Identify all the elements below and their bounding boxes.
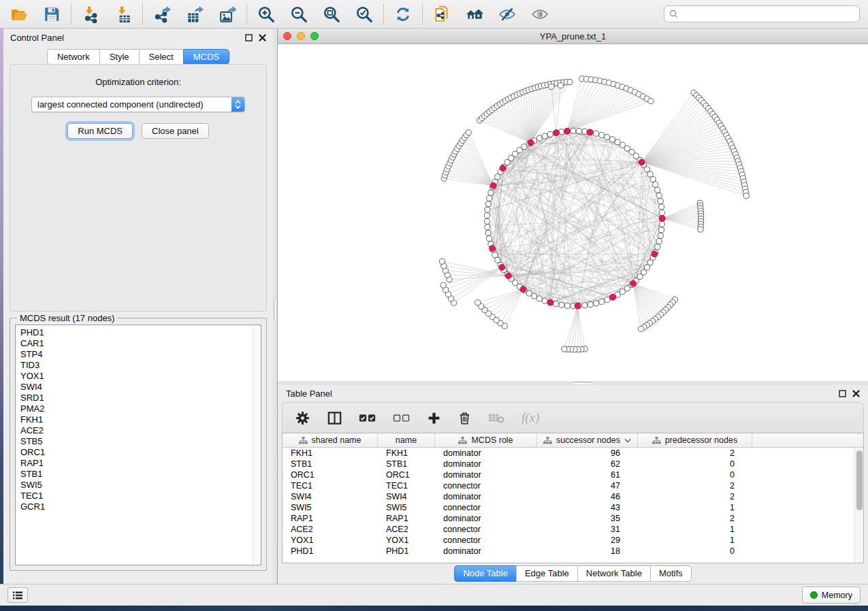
zoom-fit-icon[interactable] [322, 5, 341, 24]
graph-node[interactable] [658, 199, 663, 204]
graph-node[interactable] [656, 193, 662, 198]
mcds-result-item[interactable]: SWI4 [20, 382, 261, 393]
zoom-selected-icon[interactable] [355, 5, 374, 24]
graph-node[interactable] [564, 303, 570, 308]
graph-node[interactable] [488, 190, 494, 195]
graph-node[interactable] [659, 210, 664, 215]
open-folder-icon[interactable] [10, 5, 29, 24]
graph-node[interactable] [440, 282, 446, 288]
mcds-result-list[interactable]: PHD1CAR1STP4TID3YOX1SWI4SRD1PMA2FKH1ACE2… [15, 325, 261, 565]
graph-hub-node[interactable] [505, 273, 511, 279]
graph-node[interactable] [605, 297, 610, 302]
table-row[interactable]: FKH1FKH1dominator962 [283, 448, 863, 459]
import-network-icon[interactable] [81, 5, 100, 24]
graph-hub-node[interactable] [564, 128, 570, 134]
graph-hub-node[interactable] [547, 299, 553, 306]
graph-node[interactable] [542, 133, 547, 139]
graph-hub-node[interactable] [520, 286, 526, 293]
graph-node[interactable] [658, 233, 663, 238]
tab-motifs[interactable]: Motifs [650, 565, 692, 582]
network-canvas[interactable] [278, 44, 868, 381]
graph-node[interactable] [559, 129, 564, 135]
graph-hub-node[interactable] [553, 130, 560, 136]
tab-select[interactable]: Select [139, 49, 183, 65]
graph-node[interactable] [558, 82, 563, 88]
graph-node[interactable] [648, 98, 654, 103]
graph-hub-node[interactable] [528, 139, 534, 146]
graph-hub-node[interactable] [659, 216, 665, 222]
graph-node[interactable] [487, 195, 492, 201]
graph-hub-node[interactable] [610, 294, 616, 300]
close-table-panel-icon[interactable] [852, 390, 860, 397]
export-network-icon[interactable] [152, 5, 172, 24]
graph-node[interactable] [588, 301, 593, 307]
graph-node[interactable] [492, 252, 498, 258]
column-header-name[interactable]: name [378, 433, 435, 447]
graph-node[interactable] [547, 131, 553, 137]
graph-node[interactable] [647, 260, 653, 265]
graph-node[interactable] [620, 289, 625, 295]
graph-node[interactable] [605, 134, 610, 139]
graph-node[interactable] [655, 187, 660, 193]
graph-node[interactable] [653, 182, 658, 187]
mcds-result-item[interactable]: FKH1 [20, 414, 261, 425]
graph-node[interactable] [532, 293, 537, 299]
table-row[interactable]: SWI4SWI4dominator462 [283, 491, 863, 502]
zoom-in-icon[interactable] [257, 5, 276, 24]
graph-node[interactable] [484, 213, 489, 218]
table-scrollbar[interactable] [854, 448, 863, 563]
graph-node[interactable] [475, 300, 481, 306]
graph-node[interactable] [641, 269, 646, 275]
graph-node[interactable] [659, 227, 664, 233]
graph-hub-node[interactable] [489, 246, 496, 252]
mcds-result-item[interactable]: STP4 [20, 349, 261, 360]
graph-hub-node[interactable] [490, 182, 496, 188]
table-row[interactable]: PHD1PHD1dominator180 [283, 546, 863, 557]
graph-hub-node[interactable] [630, 280, 637, 286]
table-row[interactable]: ORC1ORC1dominator610 [283, 469, 863, 480]
graph-node[interactable] [567, 79, 573, 84]
graph-node[interactable] [576, 128, 581, 133]
float-table-panel-icon[interactable] [839, 390, 846, 397]
table-row[interactable]: SWI5SWI5connector431 [283, 502, 863, 513]
graph-node[interactable] [526, 291, 532, 296]
mcds-result-item[interactable]: PHD1 [20, 327, 261, 338]
mcds-result-item[interactable]: ACE2 [20, 425, 261, 436]
graph-node[interactable] [656, 239, 662, 244]
graph-hub-node[interactable] [639, 159, 645, 165]
column-header-MCDS-role[interactable]: MCDS role [435, 433, 537, 447]
mcds-list-scrollbar[interactable] [253, 326, 261, 564]
graph-node[interactable] [549, 84, 554, 89]
column-header-shared-name[interactable]: shared name [283, 433, 378, 447]
graph-node[interactable] [650, 176, 656, 182]
graph-node[interactable] [536, 135, 542, 141]
tab-mcds[interactable]: MCDS [183, 49, 229, 65]
mcds-result-item[interactable]: PMA2 [20, 403, 261, 414]
column-header-successor-nodes[interactable]: successor nodes [537, 433, 638, 447]
graph-node[interactable] [599, 132, 605, 137]
graph-node[interactable] [485, 201, 491, 207]
show-all-eye-icon[interactable] [530, 5, 549, 24]
hide-selection-eye-icon[interactable] [498, 5, 517, 24]
graph-hub-node[interactable] [575, 303, 581, 309]
graph-node[interactable] [439, 259, 445, 264]
graph-hub-node[interactable] [652, 251, 658, 257]
graph-node[interactable] [553, 301, 558, 307]
refresh-icon[interactable] [393, 5, 413, 24]
close-panel-button[interactable]: Close panel [142, 123, 209, 139]
mcds-result-item[interactable]: GCR1 [20, 501, 261, 512]
table-row[interactable]: RAP1RAP1dominator352 [283, 513, 863, 524]
graph-node[interactable] [495, 257, 500, 263]
graph-node[interactable] [542, 298, 547, 303]
graph-node[interactable] [484, 218, 489, 224]
network-window-titlebar[interactable]: YPA_prune.txt_1 [278, 29, 868, 44]
graph-node[interactable] [495, 174, 500, 180]
graph-node[interactable] [521, 144, 527, 150]
export-image-icon[interactable] [218, 5, 237, 24]
add-column-icon[interactable] [427, 411, 441, 425]
network-from-selection-icon[interactable] [432, 5, 451, 24]
graph-node[interactable] [487, 235, 492, 241]
mcds-result-item[interactable]: TID3 [20, 360, 261, 371]
houses-icon[interactable] [465, 5, 484, 24]
graph-node[interactable] [655, 244, 660, 250]
